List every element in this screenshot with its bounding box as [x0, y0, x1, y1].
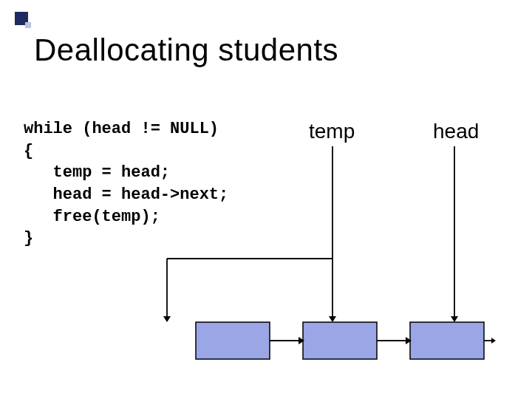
code-line: temp = head;: [24, 163, 170, 182]
code-line: {: [24, 142, 33, 160]
list-node: [410, 322, 484, 359]
code-snippet: while (head != NULL) { temp = head; head…: [24, 118, 228, 250]
list-node: [196, 322, 270, 359]
arrow-head-icon: [451, 316, 458, 322]
code-line: free(temp);: [24, 208, 160, 226]
code-line: while (head != NULL): [24, 120, 219, 138]
arrow-head-icon: [329, 316, 336, 322]
pointer-label-head: head: [433, 120, 479, 143]
arrow-head-icon: [491, 338, 496, 344]
arrow-head-icon: [406, 337, 412, 344]
code-line: }: [24, 229, 33, 248]
arrow-head-icon: [163, 316, 171, 322]
code-line: head = head->next;: [24, 185, 228, 204]
list-node: [303, 322, 377, 359]
arrow-head-icon: [299, 337, 304, 344]
pointer-label-temp: temp: [309, 120, 355, 143]
page-title: Deallocating students: [34, 33, 338, 68]
slide-bullet-decoration: [15, 12, 31, 28]
